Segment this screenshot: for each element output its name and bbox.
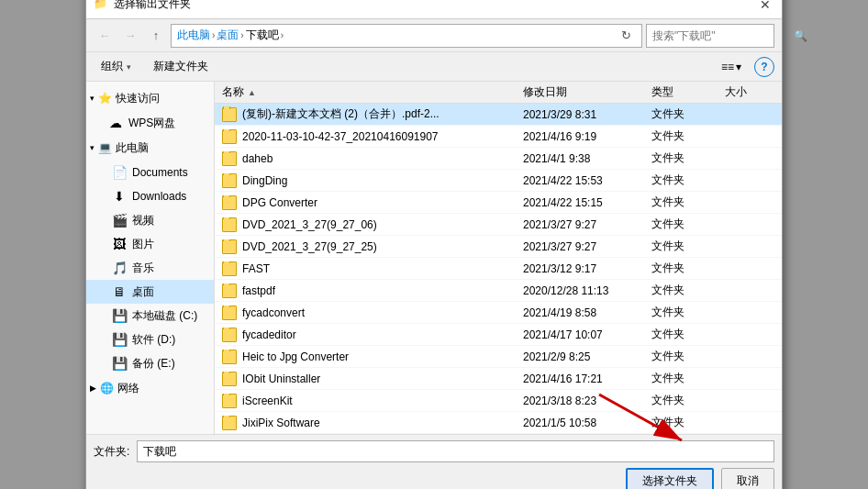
sidebar-item-network[interactable]: ▶ 🌐 网络 <box>86 375 214 401</box>
sidebar-item-backup-e[interactable]: 💾 备份 (E:) <box>86 351 214 375</box>
help-button[interactable]: ? <box>754 57 774 77</box>
videos-label: 视频 <box>132 213 154 228</box>
table-row[interactable]: iScreenKit 2021/3/18 8:23 文件夹 <box>215 390 782 412</box>
table-row[interactable]: DVD_2021_3_27(9_27_06) 2021/3/27 9:27 文件… <box>215 214 782 236</box>
file-date: 2021/4/16 9:19 <box>516 130 644 143</box>
table-row[interactable]: (复制)-新建文本文档 (2)（合并）.pdf-2... 2021/3/29 8… <box>215 104 782 126</box>
documents-label: Documents <box>132 166 188 179</box>
sidebar-item-documents[interactable]: 📄 Documents <box>86 161 214 184</box>
file-type: 文件夹 <box>644 305 718 320</box>
file-date: 2021/3/18 8:23 <box>516 395 644 407</box>
table-row[interactable]: fastpdf 2020/12/28 11:13 文件夹 <box>215 280 782 302</box>
sidebar-item-desktop[interactable]: 🖥 桌面 <box>86 280 214 304</box>
network-label: 网络 <box>117 381 139 396</box>
file-date: 2021/3/27 9:27 <box>516 218 644 231</box>
folder-icon <box>222 283 237 298</box>
file-dialog: 📁 选择输出文件夹 ✕ ← → ↑ 此电脑 › 桌面 › 下载吧 › ↻ <box>85 0 783 489</box>
table-row[interactable]: DingDing 2021/4/22 15:53 文件夹 <box>215 170 782 192</box>
button-row: 选择文件夹 取消 <box>94 468 774 489</box>
file-date: 2021/3/27 9:27 <box>516 240 644 253</box>
file-name: DVD_2021_3_27(9_27_06) <box>242 218 377 231</box>
close-button[interactable]: ✕ <box>756 0 774 14</box>
folder-icon <box>222 372 237 386</box>
up-button[interactable]: ↑ <box>145 25 167 47</box>
search-box: 🔍 <box>646 24 774 48</box>
sidebar-item-local-c[interactable]: 💾 本地磁盘 (C:) <box>86 304 214 328</box>
table-row[interactable]: JixiPix Software 2021/1/5 10:58 文件夹 <box>215 412 782 434</box>
breadcrumb-desktop[interactable]: 桌面 <box>217 28 239 43</box>
dialog-title: 选择输出文件夹 <box>114 0 191 12</box>
backup-e-label: 备份 (E:) <box>132 356 175 372</box>
col-header-size[interactable]: 大小 <box>718 84 782 100</box>
this-pc-arrow: ▾ <box>90 143 95 152</box>
col-header-name[interactable]: 名称 ▲ <box>215 84 516 100</box>
sidebar-item-quick-access[interactable]: ▾ ⭐ 快速访问 <box>86 85 214 111</box>
table-row[interactable]: Heic to Jpg Converter 2021/2/9 8:25 文件夹 <box>215 346 782 368</box>
refresh-button[interactable]: ↻ <box>616 26 636 46</box>
sidebar-item-videos[interactable]: 🎬 视频 <box>86 208 214 232</box>
search-icon[interactable]: 🔍 <box>794 29 807 42</box>
search-input[interactable] <box>652 29 790 42</box>
folder-icon <box>222 261 237 276</box>
sidebar-item-software-d[interactable]: 💾 软件 (D:) <box>86 328 214 351</box>
file-list: 名称 ▲ 修改日期 类型 大小 (复制)-新建文本文档 (2)（合并）.pdf-… <box>215 82 782 434</box>
table-row[interactable]: fycadconvert 2021/4/19 8:58 文件夹 <box>215 302 782 324</box>
network-arrow: ▶ <box>90 383 96 393</box>
back-button[interactable]: ← <box>94 25 116 47</box>
backup-e-icon: 💾 <box>112 356 127 371</box>
organize-arrow: ▾ <box>127 62 131 72</box>
file-date: 2021/1/5 10:58 <box>516 417 644 429</box>
col-header-type[interactable]: 类型 <box>644 84 718 100</box>
breadcrumb-pc[interactable]: 此电脑 <box>177 28 210 43</box>
table-row[interactable]: fycadeditor 2021/4/17 10:07 文件夹 <box>215 324 782 346</box>
col-header-date[interactable]: 修改日期 <box>516 84 644 100</box>
videos-icon: 🎬 <box>112 213 127 228</box>
sidebar-item-wps-cloud[interactable]: ☁ WPS网盘 <box>86 111 214 135</box>
file-date: 2021/4/16 17:21 <box>516 372 644 385</box>
folder-icon <box>222 328 237 342</box>
folder-icon <box>222 217 237 232</box>
sidebar-item-music[interactable]: 🎵 音乐 <box>86 256 214 280</box>
view-button[interactable]: ≡≡ ▾ <box>716 56 747 78</box>
local-c-label: 本地磁盘 (C:) <box>132 308 197 324</box>
breadcrumb-current: 下载吧 <box>246 28 279 43</box>
sidebar-item-pictures[interactable]: 🖼 图片 <box>86 232 214 256</box>
sidebar-item-this-pc[interactable]: ▾ 💻 此电脑 <box>86 135 214 161</box>
address-bar[interactable]: 此电脑 › 桌面 › 下载吧 › ↻ <box>171 24 642 48</box>
file-type: 文件夹 <box>644 217 718 232</box>
table-row[interactable]: FAST 2021/3/12 9:17 文件夹 <box>215 258 782 280</box>
pictures-icon: 🖼 <box>112 237 127 251</box>
folder-icon <box>222 416 237 430</box>
file-name: 2020-11-03-10-42-37_20210416091907 <box>242 130 439 143</box>
new-folder-button[interactable]: 新建文件夹 <box>146 56 216 78</box>
software-d-label: 软件 (D:) <box>132 332 175 348</box>
breadcrumb: 此电脑 › 桌面 › 下载吧 › <box>177 28 612 43</box>
folder-icon <box>222 173 237 188</box>
file-type: 文件夹 <box>644 239 718 254</box>
file-date: 2021/4/17 10:07 <box>516 328 644 341</box>
filename-input[interactable] <box>137 440 774 462</box>
file-name: IObit Uninstaller <box>242 372 320 385</box>
quick-access-label: 快速访问 <box>116 91 160 106</box>
cancel-button[interactable]: 取消 <box>721 468 774 489</box>
table-row[interactable]: DPG Converter 2021/4/22 15:15 文件夹 <box>215 192 782 214</box>
organize-button[interactable]: 组织 ▾ <box>94 56 139 78</box>
file-name: Heic to Jpg Converter <box>242 350 349 363</box>
organize-label: 组织 <box>101 59 123 74</box>
forward-button[interactable]: → <box>119 25 141 47</box>
table-row[interactable]: IObit Uninstaller 2021/4/16 17:21 文件夹 <box>215 368 782 390</box>
filename-label: 文件夹: <box>94 444 129 460</box>
file-date: 2021/3/12 9:17 <box>516 262 644 275</box>
file-date: 2021/3/29 8:31 <box>516 108 644 121</box>
network-icon: 🌐 <box>100 382 114 395</box>
sidebar-item-downloads[interactable]: ⬇ Downloads <box>86 184 214 208</box>
file-type: 文件夹 <box>644 150 718 166</box>
table-row[interactable]: DVD_2021_3_27(9_27_25) 2021/3/27 9:27 文件… <box>215 236 782 258</box>
table-row[interactable]: daheb 2021/4/1 9:38 文件夹 <box>215 148 782 170</box>
dialog-wrapper: 📁 选择输出文件夹 ✕ ← → ↑ 此电脑 › 桌面 › 下载吧 › ↻ <box>85 0 783 489</box>
file-name: fastpdf <box>242 284 275 297</box>
file-type: 文件夹 <box>644 106 718 122</box>
select-folder-button[interactable]: 选择文件夹 <box>626 468 714 489</box>
table-row[interactable]: 2020-11-03-10-42-37_20210416091907 2021/… <box>215 126 782 148</box>
file-name: DPG Converter <box>242 196 317 209</box>
